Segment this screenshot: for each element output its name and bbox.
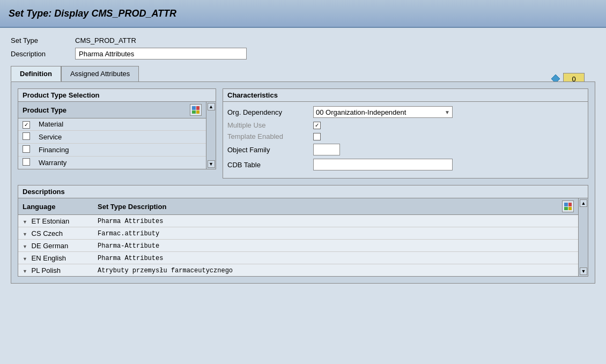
characteristics-inner: Org. Dependency 00 Organization-Independ… xyxy=(223,102,588,178)
product-type-col-header: Product Type xyxy=(18,102,206,118)
description-label: Description xyxy=(11,50,75,58)
financing-label: Financing xyxy=(34,143,206,156)
characteristics-box: Characteristics Org. Dependency 00 Organ… xyxy=(223,88,588,179)
chevron-down-icon: ▼ xyxy=(23,219,27,225)
descriptions-scroll-buttons: ▲ ▼ xyxy=(578,198,588,276)
product-type-title: Product Type Selection xyxy=(18,89,216,102)
description-input[interactable] xyxy=(75,48,247,60)
table-row: ▼ ET Estonian Pharma Attributes xyxy=(18,215,578,227)
product-type-table: Product Type xyxy=(18,102,206,169)
object-family-input[interactable] xyxy=(313,144,340,155)
descriptions-table-wrapper: Language Set Type Description xyxy=(18,198,588,276)
description-row: Description xyxy=(11,48,595,60)
org-dependency-select[interactable]: 00 Organization-Independent ▼ xyxy=(313,106,453,118)
chevron-down-icon: ▼ xyxy=(445,109,450,115)
title-bar: Set Type: Display CMS_PROD_ATTR xyxy=(0,0,606,28)
table-row: ▼ CS Czech Farmac.attributy xyxy=(18,227,578,240)
descriptions-title: Descriptions xyxy=(18,185,588,198)
multiple-use-checkbox xyxy=(313,122,321,129)
table-row: ▼ DE German Pharma-Attribute xyxy=(18,240,578,252)
table-row: Service xyxy=(18,130,206,143)
en-desc-cell: Pharma Attributes xyxy=(93,252,578,264)
cs-lang-cell: ▼ CS Czech xyxy=(18,227,93,240)
product-type-box: Product Type Selection Product Type xyxy=(18,88,216,169)
multiple-use-label: Multiple Use xyxy=(227,121,313,129)
financing-checkbox[interactable] xyxy=(23,145,30,153)
en-lang-cell: ▼ EN English xyxy=(18,252,93,264)
scroll-down-button[interactable]: ▼ xyxy=(208,160,215,168)
chevron-down-icon: ▼ xyxy=(23,244,27,249)
descriptions-section: Descriptions Language Set Type Descripti… xyxy=(18,185,588,277)
table-row: Material xyxy=(18,118,206,131)
pl-lang-cell: ▼ PL Polish xyxy=(18,264,93,277)
pl-desc-cell: Atrybuty przemysłu farmaceutycznego xyxy=(93,264,578,277)
page-title: Set Type: Display CMS_PROD_ATTR xyxy=(9,8,176,19)
main-content: Set Type CMS_PROD_ATTR Description 0 Def… xyxy=(0,28,606,364)
warranty-checkbox[interactable] xyxy=(23,158,30,166)
cdb-table-input[interactable] xyxy=(313,159,453,170)
desc-scroll-down-button[interactable]: ▼ xyxy=(580,268,587,275)
template-enabled-label: Template Enabled xyxy=(227,132,313,140)
tabs-row: Definition Assigned Attributes xyxy=(11,66,595,81)
descriptions-box: Descriptions Language Set Type Descripti… xyxy=(18,185,588,277)
warranty-label: Warranty xyxy=(34,156,206,169)
language-col-header: Language xyxy=(18,198,93,215)
financing-checkbox-cell xyxy=(18,143,34,156)
object-family-label: Object Family xyxy=(227,146,313,154)
characteristics-section: Characteristics Org. Dependency 00 Organ… xyxy=(223,88,588,179)
material-label: Material xyxy=(34,118,206,131)
column-icon xyxy=(192,106,199,114)
org-dependency-row: Org. Dependency 00 Organization-Independ… xyxy=(227,106,583,118)
desc-col-header: Set Type Description xyxy=(93,198,578,215)
et-desc-cell: Pharma Attributes xyxy=(93,215,578,227)
multiple-use-row: Multiple Use xyxy=(227,121,583,129)
desc-column-icon xyxy=(564,203,572,210)
form-area: Set Type CMS_PROD_ATTR Description 0 xyxy=(11,36,595,60)
material-checkbox[interactable] xyxy=(23,121,30,129)
tab-columns: Product Type Selection Product Type xyxy=(18,88,588,179)
set-type-label: Set Type xyxy=(11,36,75,44)
cdb-table-row: CDB Table xyxy=(227,159,583,170)
table-row: ▼ PL Polish Atrybuty przemysłu farmaceut… xyxy=(18,264,578,277)
column-chooser-button[interactable] xyxy=(190,104,202,116)
table-row: Warranty xyxy=(18,156,206,169)
desc-scroll-up-button[interactable]: ▲ xyxy=(580,199,587,207)
product-type-scroll-buttons: ▲ ▼ xyxy=(206,102,216,169)
object-family-row: Object Family xyxy=(227,144,583,155)
characteristics-title: Characteristics xyxy=(223,89,588,102)
cdb-table-label: CDB Table xyxy=(227,161,313,169)
template-enabled-checkbox xyxy=(313,133,321,140)
tab-assigned-attributes[interactable]: Assigned Attributes xyxy=(61,66,139,81)
service-checkbox[interactable] xyxy=(23,132,30,140)
tab-definition[interactable]: Definition xyxy=(11,66,61,81)
service-label: Service xyxy=(34,130,206,143)
warranty-checkbox-cell xyxy=(18,156,34,169)
table-row: Financing xyxy=(18,143,206,156)
desc-column-chooser-button[interactable] xyxy=(562,200,574,212)
material-checkbox-cell xyxy=(18,118,34,131)
org-dependency-label: Org. Dependency xyxy=(227,108,313,116)
template-enabled-row: Template Enabled xyxy=(227,132,583,140)
cs-desc-cell: Farmac.attributy xyxy=(93,227,578,240)
service-checkbox-cell xyxy=(18,130,34,143)
set-type-value: CMS_PROD_ATTR xyxy=(75,36,136,44)
product-type-section: Product Type Selection Product Type xyxy=(18,88,216,179)
chevron-down-icon: ▼ xyxy=(23,269,27,274)
product-type-table-wrapper: Product Type xyxy=(18,102,216,169)
tab-panel-definition: Product Type Selection Product Type xyxy=(11,81,595,284)
chevron-down-icon: ▼ xyxy=(23,232,27,237)
scroll-up-button[interactable]: ▲ xyxy=(208,103,215,110)
set-type-row: Set Type CMS_PROD_ATTR xyxy=(11,36,595,44)
de-lang-cell: ▼ DE German xyxy=(18,240,93,252)
table-row: ▼ EN English Pharma Attributes xyxy=(18,252,578,264)
chevron-down-icon: ▼ xyxy=(23,256,27,262)
de-desc-cell: Pharma-Attribute xyxy=(93,240,578,252)
descriptions-table: Language Set Type Description xyxy=(18,198,578,276)
et-lang-cell: ▼ ET Estonian xyxy=(18,215,93,227)
